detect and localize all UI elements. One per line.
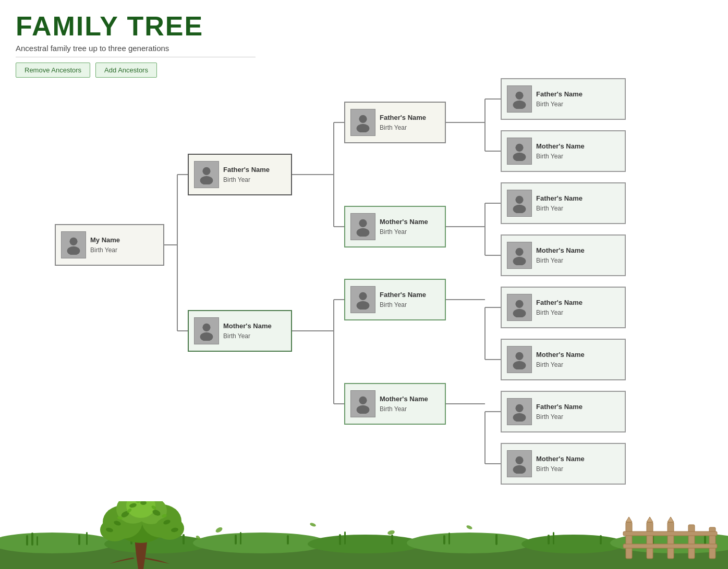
bottom-decoration	[0, 501, 728, 569]
svg-rect-75	[240, 532, 241, 545]
svg-point-28	[69, 238, 77, 245]
svg-point-109	[215, 526, 223, 534]
svg-point-110	[309, 522, 316, 527]
info-fff: Father's Name Birth Year	[536, 90, 620, 109]
name-fff: Father's Name	[536, 90, 620, 99]
svg-rect-115	[647, 522, 653, 559]
person-mff[interactable]: Father's Name Birth Year	[501, 287, 626, 328]
year-father: Birth Year	[223, 176, 286, 184]
info-ff: Father's Name Birth Year	[380, 113, 440, 132]
avatar-mff	[507, 294, 532, 321]
year-ffm: Birth Year	[536, 152, 620, 161]
avatar-mm	[350, 390, 375, 417]
name-mmm: Mother's Name	[536, 454, 620, 464]
name-ffm: Mother's Name	[536, 142, 620, 151]
person-father[interactable]: Father's Name Birth Year	[188, 154, 292, 195]
person-mother[interactable]: Mother's Name Birth Year	[188, 310, 292, 352]
info-mf: Father's Name Birth Year	[380, 290, 440, 310]
tree-area: My Name Birth Year Father's Name Birth Y…	[0, 73, 728, 516]
name-mf: Father's Name	[380, 290, 440, 300]
svg-rect-120	[623, 544, 717, 548]
svg-point-42	[515, 92, 523, 100]
svg-point-53	[513, 361, 526, 369]
person-ffm[interactable]: Mother's Name Birth Year	[501, 130, 626, 172]
svg-rect-67	[31, 533, 33, 546]
year-mmm: Birth Year	[536, 465, 620, 474]
svg-point-62	[308, 535, 422, 553]
avatar-ffm	[507, 138, 532, 165]
svg-point-55	[513, 413, 526, 422]
svg-rect-85	[600, 535, 602, 545]
name-mother: Mother's Name	[223, 321, 286, 331]
name-ff: Father's Name	[380, 113, 440, 122]
svg-rect-78	[344, 531, 346, 545]
avatar-mmm	[507, 450, 532, 477]
info-mother: Mother's Name Birth Year	[223, 321, 286, 341]
svg-rect-83	[548, 535, 550, 545]
person-mfm[interactable]: Mother's Name Birth Year	[501, 339, 626, 380]
info-father: Father's Name Birth Year	[223, 165, 286, 184]
year-ff: Birth Year	[380, 123, 440, 132]
svg-rect-82	[495, 534, 498, 545]
svg-point-40	[359, 397, 367, 404]
header: FAMILY TREE Ancestral family tree up to …	[0, 0, 728, 83]
svg-rect-79	[391, 535, 393, 545]
svg-point-46	[515, 196, 523, 204]
info-mff: Father's Name Birth Year	[536, 298, 620, 317]
person-mm[interactable]: Mother's Name Birth Year	[344, 383, 446, 425]
year-mm: Birth Year	[380, 405, 440, 414]
info-mmm: Mother's Name Birth Year	[536, 454, 620, 474]
avatar-fm	[350, 213, 375, 240]
svg-point-43	[513, 101, 526, 109]
svg-rect-68	[37, 536, 38, 546]
avatar-fff	[507, 85, 532, 113]
svg-point-36	[359, 219, 367, 227]
svg-rect-70	[86, 532, 88, 545]
svg-point-30	[202, 167, 210, 175]
svg-rect-74	[235, 535, 237, 545]
person-fmf[interactable]: Father's Name Birth Year	[501, 182, 626, 224]
svg-point-111	[387, 529, 395, 535]
info-fmf: Father's Name Birth Year	[536, 194, 620, 213]
year-mf: Birth Year	[380, 301, 440, 310]
year-mff: Birth Year	[536, 308, 620, 317]
svg-point-49	[513, 257, 526, 265]
svg-point-31	[200, 176, 213, 184]
svg-rect-116	[668, 522, 674, 559]
person-mmf[interactable]: Father's Name Birth Year	[501, 391, 626, 432]
svg-point-33	[200, 332, 213, 341]
name-fm: Mother's Name	[380, 217, 440, 227]
svg-point-37	[357, 228, 370, 237]
svg-point-38	[359, 292, 367, 300]
avatar-mf	[350, 286, 375, 313]
name-mm: Mother's Name	[380, 394, 440, 404]
person-fm[interactable]: Mother's Name Birth Year	[344, 206, 446, 248]
avatar-fmm	[507, 242, 532, 269]
person-mf[interactable]: Father's Name Birth Year	[344, 279, 446, 320]
subtitle: Ancestral family tree up to three genera…	[16, 44, 256, 57]
info-me: My Name Birth Year	[90, 236, 158, 255]
year-mfm: Birth Year	[536, 361, 620, 369]
name-fmf: Father's Name	[536, 194, 620, 203]
svg-point-39	[357, 301, 370, 310]
year-mother: Birth Year	[223, 332, 286, 341]
name-father: Father's Name	[223, 165, 286, 175]
person-ff[interactable]: Father's Name Birth Year	[344, 102, 446, 143]
person-me[interactable]: My Name Birth Year	[55, 224, 164, 266]
name-me: My Name	[90, 236, 158, 245]
avatar-mmf	[507, 398, 532, 425]
person-fmm[interactable]: Mother's Name Birth Year	[501, 234, 626, 276]
name-mmf: Father's Name	[536, 402, 620, 412]
year-fm: Birth Year	[380, 228, 440, 237]
svg-point-32	[202, 324, 210, 331]
year-fff: Birth Year	[536, 100, 620, 109]
svg-rect-66	[26, 535, 28, 546]
svg-rect-76	[287, 535, 289, 545]
year-me: Birth Year	[90, 246, 158, 255]
person-mmm[interactable]: Mother's Name Birth Year	[501, 443, 626, 485]
svg-rect-80	[443, 535, 445, 545]
svg-point-56	[515, 456, 523, 464]
person-fff[interactable]: Father's Name Birth Year	[501, 78, 626, 120]
info-fm: Mother's Name Birth Year	[380, 217, 440, 237]
svg-point-47	[513, 205, 526, 213]
